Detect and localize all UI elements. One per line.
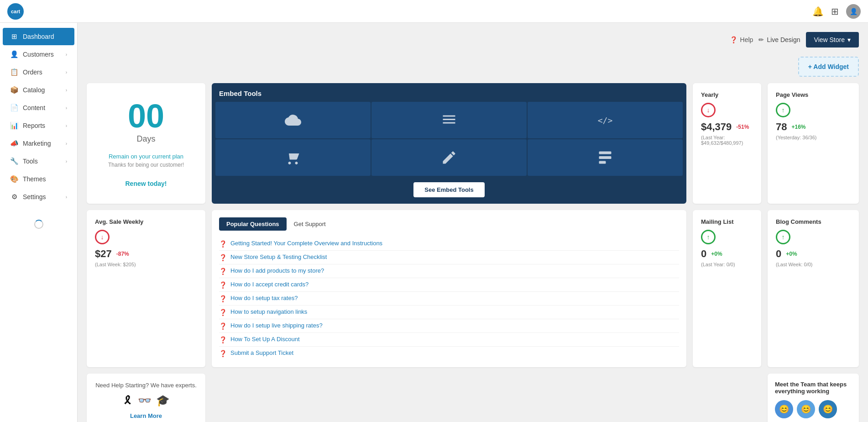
svg-rect-0 [443, 116, 455, 117]
embed-icon-cart[interactable] [215, 139, 371, 176]
avg-sale-value: $27 [95, 248, 112, 260]
embed-tools-widget: Embed Tools </> [212, 83, 686, 204]
embed-tools-title: Embed Tools [212, 83, 686, 102]
page-views-pct: +16% [791, 124, 805, 130]
page-views-value: 78 [776, 121, 787, 133]
loading-spinner [34, 220, 43, 229]
embed-tools-icons: </> [212, 102, 686, 176]
top-header: cart 🔔 ⊞ 👤 [0, 0, 868, 23]
sidebar-item-marketing[interactable]: 📣 Marketing › [3, 135, 74, 152]
faq-icon-8: ❓ [219, 336, 227, 343]
faq-link-1[interactable]: Getting Started! Your Complete Overview … [230, 240, 382, 247]
faq-link-6[interactable]: How to setup navigation links [230, 308, 307, 315]
faq-link-4[interactable]: How do I accept credit cards? [230, 281, 309, 288]
grid-icon[interactable]: ⊞ [831, 6, 839, 17]
faq-item-6: ❓ How to setup navigation links [219, 306, 679, 319]
main-layout: ⊞ Dashboard 👤 Customers › 📋 Orders › 📦 C… [0, 23, 868, 422]
days-thanks: Thanks for being our customer! [108, 162, 184, 168]
faq-link-3[interactable]: How do I add products to my store? [230, 267, 324, 274]
tab-get-support[interactable]: Get Support [287, 217, 333, 231]
orders-icon: 📋 [10, 68, 18, 76]
remain-link[interactable]: Remain on your current plan [109, 153, 183, 160]
svg-rect-2 [443, 122, 455, 124]
page-views-trend-icon: ↑ [776, 103, 790, 117]
add-widget-button[interactable]: + Add Widget [798, 57, 859, 77]
dashboard-icon: ⊞ [10, 32, 18, 41]
live-design-button[interactable]: ✏ Live Design [758, 36, 800, 43]
expert-icon-2: 👓 [138, 394, 152, 407]
avg-sale-sub: (Last Week: $205) [95, 262, 197, 267]
notification-icon[interactable]: 🔔 [812, 6, 824, 17]
see-embed-button[interactable]: See Embed Tools [413, 182, 484, 197]
yearly-title: Yearly [701, 91, 753, 98]
sidebar-item-settings[interactable]: ⚙ Settings › [3, 188, 74, 206]
blog-pct: +0% [786, 251, 797, 257]
need-help-widget: Need Help Starting? We have experts. 🎗 👓… [87, 374, 205, 422]
tab-popular-questions[interactable]: Popular Questions [219, 217, 287, 231]
reports-icon: 📊 [10, 121, 18, 130]
second-widgets-row: Avg. Sale Weekly ↓ $27 -87% (Last Week: … [87, 210, 859, 367]
team-avatars: 😊 😊 😊 [775, 400, 852, 418]
mailing-sub: (Last Year: 0/0) [701, 262, 753, 267]
themes-icon: 🎨 [10, 175, 18, 183]
popular-questions-widget: Popular Questions Get Support ❓ Getting … [212, 210, 686, 367]
blog-value-row: 0 +0% [776, 248, 851, 260]
help-button[interactable]: ❓ Help [730, 36, 753, 43]
days-widget: 00 Days Remain on your current plan Than… [87, 83, 205, 204]
sidebar-item-tools[interactable]: 🔧 Tools › [3, 153, 74, 170]
faq-icon-9: ❓ [219, 350, 227, 357]
yearly-trend-icon: ↓ [701, 103, 716, 117]
faq-link-2[interactable]: New Store Setup & Testing Checklist [230, 253, 327, 260]
team-avatar-3: 😊 [819, 400, 837, 418]
sidebar-item-customers[interactable]: 👤 Customers › [3, 46, 74, 63]
svg-rect-5 [599, 161, 606, 164]
logo-area[interactable]: cart [7, 3, 24, 20]
sidebar-item-reports[interactable]: 📊 Reports › [3, 117, 74, 134]
embed-icon-form[interactable] [528, 139, 683, 176]
faq-link-8[interactable]: How To Set Up A Discount [230, 336, 300, 343]
faq-link-5[interactable]: How do I setup tax rates? [230, 295, 298, 301]
sidebar: ⊞ Dashboard 👤 Customers › 📋 Orders › 📦 C… [0, 23, 78, 422]
sidebar-item-content[interactable]: 📄 Content › [3, 99, 74, 116]
page-views-sub: (Yesterday: 36/36) [776, 135, 851, 140]
sidebar-item-catalog[interactable]: 📦 Catalog › [3, 81, 74, 99]
faq-icon-4: ❓ [219, 281, 227, 289]
yearly-value: $4,379 [701, 121, 732, 133]
chevron-right-icon: › [66, 195, 67, 200]
svg-rect-3 [599, 152, 612, 154]
team-title: Meet the Team that keeps everything work… [775, 381, 852, 395]
chevron-right-icon: › [66, 88, 67, 93]
content-icon: 📄 [10, 104, 18, 112]
mailing-pct: +0% [711, 251, 722, 257]
faq-link-7[interactable]: How do I setup live shipping rates? [230, 322, 323, 329]
sidebar-item-themes[interactable]: 🎨 Themes [3, 170, 74, 188]
need-help-learn-more[interactable]: Learn More [130, 412, 162, 419]
renew-button[interactable]: Renew today! [125, 180, 167, 187]
embed-icon-script[interactable]: </> [528, 102, 683, 138]
tools-icon: 🔧 [10, 157, 18, 165]
faq-item-1: ❓ Getting Started! Your Complete Overvie… [219, 237, 679, 251]
faq-list: ❓ Getting Started! Your Complete Overvie… [219, 237, 679, 360]
top-widgets-row: 00 Days Remain on your current plan Than… [87, 83, 859, 204]
yearly-pct: -51% [736, 124, 749, 130]
sidebar-item-orders[interactable]: 📋 Orders › [3, 63, 74, 81]
faq-icon-1: ❓ [219, 240, 227, 248]
embed-icon-box[interactable] [371, 139, 527, 176]
faq-icon-5: ❓ [219, 295, 227, 302]
days-number: 00 [128, 100, 164, 132]
faq-icon-3: ❓ [219, 268, 227, 275]
pencil-icon: ✏ [758, 36, 764, 43]
embed-icon-list[interactable] [371, 102, 527, 138]
yearly-widget: Yearly ↓ $4,379 -51% (Last Year: $49,632… [693, 83, 761, 204]
customers-icon: 👤 [10, 50, 18, 58]
faq-item-7: ❓ How do I setup live shipping rates? [219, 319, 679, 333]
avatar[interactable]: 👤 [846, 4, 861, 19]
faq-link-9[interactable]: Submit a Support Ticket [230, 349, 293, 356]
avg-sale-title: Avg. Sale Weekly [95, 218, 197, 225]
blog-trend-icon: ↑ [776, 230, 790, 244]
embed-tools-footer: See Embed Tools [212, 176, 686, 204]
sidebar-item-dashboard[interactable]: ⊞ Dashboard [3, 28, 74, 45]
view-store-button[interactable]: View Store ▾ [806, 32, 859, 47]
embed-icon-cloud[interactable] [215, 102, 371, 138]
yearly-sub: (Last Year: $49,632/$480,997) [701, 135, 753, 146]
